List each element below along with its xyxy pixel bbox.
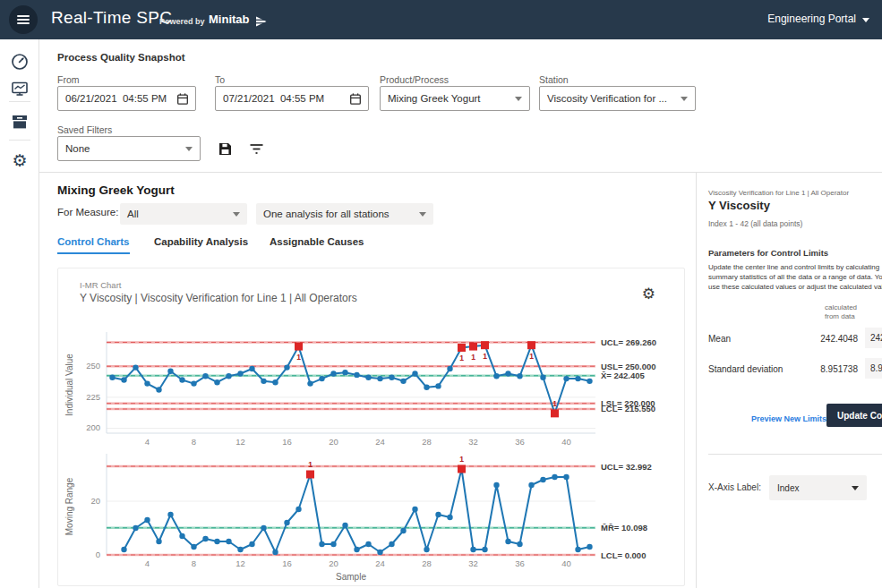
data-point [400,379,406,384]
analysis-select[interactable]: One analysis for all stations [256,203,433,225]
data-point [167,512,173,517]
data-point [121,547,126,552]
data-point [226,539,231,544]
save-filter-button[interactable] [215,139,235,158]
series-line [124,469,590,552]
filter-button[interactable] [246,139,266,158]
data-point [447,366,452,371]
tab-assignable-causes[interactable]: Assignable Causes [270,236,364,252]
data-point [365,541,371,547]
data-point [493,373,499,379]
tab-capability-analysis[interactable]: Capability Analysis [154,236,248,252]
data-point [435,383,441,388]
monitor-chart-icon [11,80,29,98]
update-limits-button[interactable]: Update Control Limits [826,404,882,427]
data-point [191,544,196,550]
y-tick-label: 250 [86,361,100,371]
data-point [575,376,580,381]
ooc-flag-label: 1 [459,354,464,362]
data-point [354,547,359,552]
preview-limits-link[interactable]: Preview New Limits [751,414,826,423]
data-point [563,474,569,480]
saved-filters-select[interactable]: None [57,136,201,161]
sidebar-item-archive[interactable] [10,112,30,132]
from-date-input[interactable]: 06/21/2021 04:55 PM [57,86,196,111]
data-point [272,550,278,555]
x-tick-label: 8 [192,437,196,447]
to-date-input[interactable]: 07/21/2021 04:55 PM [215,86,369,111]
data-point [202,373,208,379]
sidebar-item-reports[interactable] [10,79,30,98]
chevron-down-icon [862,18,869,22]
data-point [505,539,510,544]
imr-chart: 200225250481216202428323640UCL= 269.260U… [60,322,683,587]
limit-label: LCL= 0.000 [601,550,646,560]
measure-select[interactable]: All [120,203,247,225]
y-axis-title: Individual Value [64,354,74,416]
portal-selector[interactable]: Engineering Portal [767,13,869,25]
xaxis-select[interactable]: Index [769,475,867,500]
data-point [330,541,336,547]
sidebar-divider [9,140,30,141]
station-value: Viscosity Verification for ... [547,93,667,104]
data-point [144,380,150,386]
index-note: Index 1 - 42 (all data points) [708,219,802,228]
y-tick-label: 0 [96,550,100,559]
x-tick-label: 8 [192,558,196,568]
data-point [284,364,289,370]
menu-button[interactable] [9,5,38,34]
mean-input[interactable] [865,328,882,348]
y-tick-label: 225 [86,392,100,402]
data-point [342,370,347,375]
data-point [133,525,138,531]
data-point [389,374,394,379]
data-point [389,541,394,547]
hamburger-icon [17,13,30,26]
analysis-value: One analysis for all stations [263,209,390,219]
mean-row-label: Mean [708,334,731,344]
data-point [482,547,487,552]
data-point [587,544,592,550]
chart-title: Y Viscosity | Viscosity Verification for… [80,292,357,304]
data-point [226,373,231,379]
filter-icon [250,143,263,155]
chart-settings-button[interactable]: ⚙ [642,285,655,303]
panel-title: Y Viscosity [708,199,770,212]
data-point [540,477,545,482]
ooc-flag-label: 1 [529,352,534,361]
ooc-flag-label: 1 [483,352,487,361]
out-of-control-point [469,343,477,351]
limit-label: M̄R̄= 10.098 [601,523,647,533]
to-label: To [215,74,225,85]
data-point [528,482,534,488]
data-point [261,379,266,384]
y-axis-title: Moving Range [64,477,74,535]
sidebar-item-dashboard[interactable] [10,52,30,72]
x-tick-label: 40 [561,437,571,447]
x-tick-label: 28 [422,437,432,447]
ooc-flag-label: 1 [308,460,313,469]
limit-label: X̄= 242.405 [601,371,646,380]
mean-calculated-value: 242.4048 [795,334,858,344]
stddev-input[interactable] [865,358,882,379]
station-select[interactable]: Viscosity Verification for ... [539,86,696,111]
x-tick-label: 12 [235,558,245,568]
gauge-icon [11,53,29,71]
x-tick-label: 20 [329,437,338,447]
save-icon [218,142,232,156]
sidebar-item-settings[interactable]: ⚙ [10,150,30,170]
x-tick-label: 24 [375,558,385,568]
data-point [284,520,289,525]
data-point [156,539,161,544]
portal-label: Engineering Portal [767,13,856,25]
data-point [295,507,301,512]
process-title: Mixing Greek Yogurt [57,183,175,197]
y-tick-label: 20 [90,496,100,506]
data-point [330,371,336,376]
data-point [540,374,545,379]
sidebar: ⚙ [0,39,39,588]
product-select[interactable]: Mixing Greek Yogurt [380,86,530,111]
tab-control-charts[interactable]: Control Charts [57,236,130,254]
data-point [249,366,254,371]
limit-label: LCL= 215.550 [601,404,655,413]
